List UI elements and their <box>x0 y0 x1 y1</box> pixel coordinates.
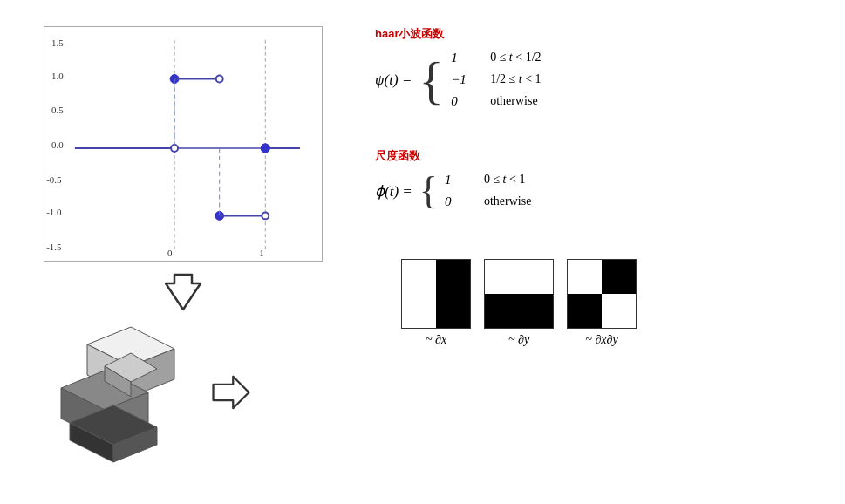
cell-3-1 <box>568 260 602 294</box>
svg-text:0.5: 0.5 <box>51 105 64 115</box>
pattern-dy-label: ~ ∂y <box>508 333 529 347</box>
haar-val-1: 1 <box>451 49 473 67</box>
haar-formula-display: ψ(t) = { 1 0 ≤ t < 1/2 −1 1/2 ≤ t < 1 <box>375 49 828 111</box>
cell-1-3 <box>402 294 436 328</box>
svg-text:0: 0 <box>167 248 173 258</box>
scaling-cond-2: otherwise <box>484 193 531 211</box>
svg-point-25 <box>261 144 269 153</box>
right-panel: haar小波函数 ψ(t) = { 1 0 ≤ t < 1/2 −1 1/2 ≤… <box>349 17 828 487</box>
left-panel: 1.5 1.0 0.5 0.0 -0.5 -1.0 -1.5 0 1 <box>17 17 349 487</box>
svg-point-13 <box>171 145 178 152</box>
cell-1-4 <box>436 294 470 328</box>
arrow-down <box>157 270 209 314</box>
pattern-dx-label: ~ ∂x <box>426 333 446 347</box>
haar-cond-1: 0 ≤ t < 1/2 <box>490 49 541 67</box>
scaling-formula-section: 尺度函数 ϕ(t) = { 1 0 ≤ t < 1 0 otherwise <box>375 148 828 211</box>
cell-2-4 <box>519 294 553 328</box>
left-brace-haar: { <box>419 54 444 106</box>
svg-text:1.0: 1.0 <box>51 71 64 81</box>
pattern-dy-grid <box>484 259 554 329</box>
pattern-dy: ~ ∂y <box>484 259 554 347</box>
scaling-case-2: 0 otherwise <box>445 193 531 211</box>
pattern-dx-grid <box>401 259 471 329</box>
svg-marker-26 <box>166 275 201 310</box>
svg-point-16 <box>216 76 223 83</box>
haar-brace-cases: { 1 0 ≤ t < 1/2 −1 1/2 ≤ t < 1 0 otherwi <box>419 49 541 111</box>
block-3d <box>17 318 209 467</box>
cell-3-4 <box>602 294 636 328</box>
haar-case-2: −1 1/2 ≤ t < 1 <box>451 71 541 89</box>
scaling-cond-1: 0 ≤ t < 1 <box>484 171 525 189</box>
scaling-val-1: 1 <box>445 171 467 189</box>
svg-point-20 <box>262 212 269 219</box>
arrow-right-area <box>209 371 253 414</box>
cell-3-3 <box>568 294 602 328</box>
patterns-row: ~ ∂x ~ ∂y <box>392 259 828 347</box>
cell-2-3 <box>485 294 519 328</box>
haar-val-2: −1 <box>451 71 473 89</box>
haar-symbol: ψ(t) = <box>375 72 412 89</box>
svg-text:1: 1 <box>259 248 263 258</box>
haar-cases-table: 1 0 ≤ t < 1/2 −1 1/2 ≤ t < 1 0 otherwise <box>451 49 541 111</box>
cell-1-1 <box>402 260 436 294</box>
svg-text:0.0: 0.0 <box>51 140 64 150</box>
haar-cond-3: otherwise <box>490 92 537 111</box>
pattern-dx: ~ ∂x <box>401 259 471 347</box>
cell-1-2 <box>436 260 470 294</box>
cell-3-2 <box>602 260 636 294</box>
pattern-dxdy: ~ ∂x∂y <box>567 259 637 347</box>
scaling-brace-cases: { 1 0 ≤ t < 1 0 otherwise <box>419 171 532 211</box>
graph-svg: 1.5 1.0 0.5 0.0 -0.5 -1.0 -1.5 0 1 <box>44 27 322 261</box>
pattern-dxdy-label: ~ ∂x∂y <box>585 333 617 347</box>
scaling-cases-table: 1 0 ≤ t < 1 0 otherwise <box>445 171 531 211</box>
cell-2-2 <box>519 260 553 294</box>
haar-case-3: 0 otherwise <box>451 92 541 111</box>
svg-text:-1.0: -1.0 <box>46 207 62 217</box>
main-container: 1.5 1.0 0.5 0.0 -0.5 -1.0 -1.5 0 1 <box>0 0 845 504</box>
haar-case-1: 1 0 ≤ t < 1/2 <box>451 49 541 67</box>
graph-container: 1.5 1.0 0.5 0.0 -0.5 -1.0 -1.5 0 1 <box>44 26 323 262</box>
svg-text:1.5: 1.5 <box>51 37 64 48</box>
haar-val-3: 0 <box>451 92 473 111</box>
svg-marker-38 <box>214 377 249 408</box>
haar-title: haar小波函数 <box>375 26 828 42</box>
haar-cond-2: 1/2 ≤ t < 1 <box>490 71 541 89</box>
scaling-case-1: 1 0 ≤ t < 1 <box>445 171 531 189</box>
scaling-val-2: 0 <box>445 193 467 211</box>
svg-text:-0.5: -0.5 <box>46 174 62 185</box>
patterns-container: ~ ∂x ~ ∂y <box>401 259 637 347</box>
scaling-title: 尺度函数 <box>375 148 828 164</box>
scaling-formula-display: ϕ(t) = { 1 0 ≤ t < 1 0 otherwise <box>375 171 828 211</box>
left-brace-scaling: { <box>419 172 438 210</box>
haar-formula-section: haar小波函数 ψ(t) = { 1 0 ≤ t < 1/2 −1 1/2 ≤… <box>375 26 828 111</box>
cell-2-1 <box>485 260 519 294</box>
svg-text:-1.5: -1.5 <box>46 242 62 252</box>
scaling-symbol: ϕ(t) = <box>375 182 412 201</box>
block-3d-area <box>17 318 349 467</box>
pattern-dxdy-grid <box>567 259 637 329</box>
